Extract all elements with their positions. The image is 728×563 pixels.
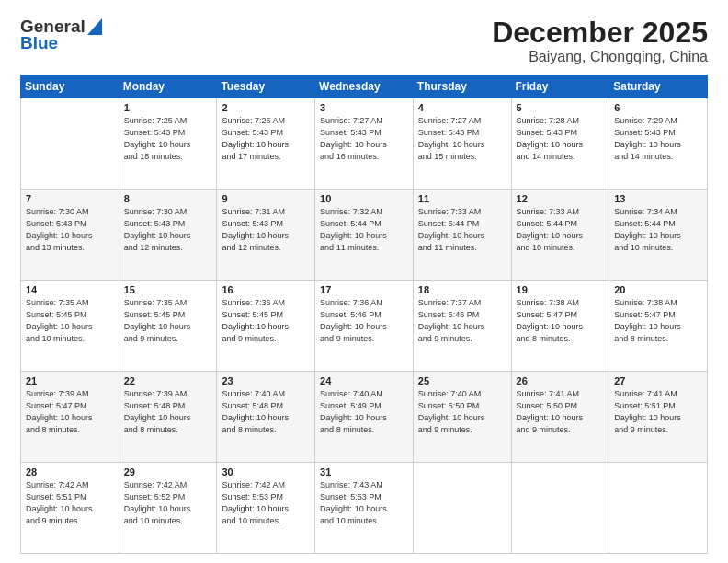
day-number: 19 — [517, 284, 605, 295]
cell-info: Sunrise: 7:41 AMSunset: 5:50 PMDaylight:… — [517, 388, 605, 436]
cell-info: Sunrise: 7:30 AMSunset: 5:43 PMDaylight:… — [26, 206, 114, 254]
cell-info: Sunrise: 7:40 AMSunset: 5:48 PMDaylight:… — [222, 388, 310, 436]
cell-info: Sunrise: 7:25 AMSunset: 5:43 PMDaylight:… — [124, 115, 212, 163]
day-number: 25 — [418, 375, 506, 386]
calendar-cell: 22Sunrise: 7:39 AMSunset: 5:48 PMDayligh… — [119, 372, 217, 463]
calendar-cell: 15Sunrise: 7:35 AMSunset: 5:45 PMDayligh… — [119, 281, 217, 372]
title-block: December 2025 Baiyang, Chongqing, China — [492, 17, 708, 65]
logo-blue: Blue — [20, 33, 58, 53]
day-number: 21 — [26, 375, 114, 386]
calendar-cell: 2Sunrise: 7:26 AMSunset: 5:43 PMDaylight… — [217, 98, 315, 190]
page: General Blue December 2025 Baiyang, Chon… — [0, 0, 728, 563]
cell-info: Sunrise: 7:27 AMSunset: 5:43 PMDaylight:… — [320, 115, 408, 163]
calendar-cell: 5Sunrise: 7:28 AMSunset: 5:43 PMDaylight… — [511, 98, 609, 190]
col-header-sunday: Sunday — [21, 75, 119, 98]
day-number: 12 — [517, 193, 605, 204]
cell-info: Sunrise: 7:31 AMSunset: 5:43 PMDaylight:… — [222, 206, 310, 254]
calendar-cell: 19Sunrise: 7:38 AMSunset: 5:47 PMDayligh… — [511, 281, 609, 372]
calendar-cell: 24Sunrise: 7:40 AMSunset: 5:49 PMDayligh… — [315, 372, 414, 463]
calendar-cell: 12Sunrise: 7:33 AMSunset: 5:44 PMDayligh… — [511, 190, 609, 281]
cell-info: Sunrise: 7:36 AMSunset: 5:45 PMDaylight:… — [222, 297, 310, 345]
cell-info: Sunrise: 7:38 AMSunset: 5:47 PMDaylight:… — [517, 297, 605, 345]
week-row-3: 14Sunrise: 7:35 AMSunset: 5:45 PMDayligh… — [21, 281, 708, 372]
cell-info: Sunrise: 7:32 AMSunset: 5:44 PMDaylight:… — [320, 206, 408, 254]
day-number: 28 — [26, 466, 114, 477]
day-number: 13 — [614, 193, 702, 204]
col-header-monday: Monday — [119, 75, 217, 98]
day-number: 6 — [614, 102, 702, 113]
col-header-saturday: Saturday — [609, 75, 708, 98]
calendar-cell — [21, 98, 119, 190]
cell-info: Sunrise: 7:30 AMSunset: 5:43 PMDaylight:… — [124, 206, 212, 254]
calendar-cell: 1Sunrise: 7:25 AMSunset: 5:43 PMDaylight… — [119, 98, 217, 190]
day-number: 23 — [222, 375, 310, 386]
cell-info: Sunrise: 7:35 AMSunset: 5:45 PMDaylight:… — [26, 297, 114, 345]
calendar-title: December 2025 — [492, 17, 708, 49]
calendar-cell: 4Sunrise: 7:27 AMSunset: 5:43 PMDaylight… — [413, 98, 511, 190]
calendar-cell: 30Sunrise: 7:42 AMSunset: 5:53 PMDayligh… — [217, 463, 315, 554]
calendar-cell: 23Sunrise: 7:40 AMSunset: 5:48 PMDayligh… — [217, 372, 315, 463]
day-number: 9 — [222, 193, 310, 204]
week-row-2: 7Sunrise: 7:30 AMSunset: 5:43 PMDaylight… — [21, 190, 708, 281]
calendar-cell: 9Sunrise: 7:31 AMSunset: 5:43 PMDaylight… — [217, 190, 315, 281]
cell-info: Sunrise: 7:29 AMSunset: 5:43 PMDaylight:… — [614, 115, 702, 163]
calendar-cell: 14Sunrise: 7:35 AMSunset: 5:45 PMDayligh… — [21, 281, 119, 372]
day-number: 29 — [124, 466, 212, 477]
calendar-cell: 20Sunrise: 7:38 AMSunset: 5:47 PMDayligh… — [609, 281, 708, 372]
calendar-cell: 25Sunrise: 7:40 AMSunset: 5:50 PMDayligh… — [413, 372, 511, 463]
calendar-cell — [609, 463, 708, 554]
cell-info: Sunrise: 7:40 AMSunset: 5:49 PMDaylight:… — [320, 388, 408, 436]
cell-info: Sunrise: 7:37 AMSunset: 5:46 PMDaylight:… — [418, 297, 506, 345]
cell-info: Sunrise: 7:35 AMSunset: 5:45 PMDaylight:… — [124, 297, 212, 345]
day-number: 7 — [26, 193, 114, 204]
logo: General Blue — [20, 17, 102, 53]
cell-info: Sunrise: 7:43 AMSunset: 5:53 PMDaylight:… — [320, 479, 408, 527]
calendar-cell: 8Sunrise: 7:30 AMSunset: 5:43 PMDaylight… — [119, 190, 217, 281]
day-number: 17 — [320, 284, 408, 295]
day-number: 31 — [320, 466, 408, 477]
day-number: 18 — [418, 284, 506, 295]
calendar-cell: 6Sunrise: 7:29 AMSunset: 5:43 PMDaylight… — [609, 98, 708, 190]
day-number: 8 — [124, 193, 212, 204]
calendar-cell: 17Sunrise: 7:36 AMSunset: 5:46 PMDayligh… — [315, 281, 414, 372]
cell-info: Sunrise: 7:41 AMSunset: 5:51 PMDaylight:… — [614, 388, 702, 436]
day-number: 20 — [614, 284, 702, 295]
calendar-cell: 3Sunrise: 7:27 AMSunset: 5:43 PMDaylight… — [315, 98, 414, 190]
day-number: 26 — [517, 375, 605, 386]
day-number: 15 — [124, 284, 212, 295]
cell-info: Sunrise: 7:26 AMSunset: 5:43 PMDaylight:… — [222, 115, 310, 163]
cell-info: Sunrise: 7:33 AMSunset: 5:44 PMDaylight:… — [418, 206, 506, 254]
day-number: 1 — [124, 102, 212, 113]
cell-info: Sunrise: 7:33 AMSunset: 5:44 PMDaylight:… — [517, 206, 605, 254]
day-number: 4 — [418, 102, 506, 113]
cell-info: Sunrise: 7:42 AMSunset: 5:53 PMDaylight:… — [222, 479, 310, 527]
calendar-cell: 10Sunrise: 7:32 AMSunset: 5:44 PMDayligh… — [315, 190, 414, 281]
col-header-friday: Friday — [511, 75, 609, 98]
day-number: 11 — [418, 193, 506, 204]
day-number: 3 — [320, 102, 408, 113]
day-number: 30 — [222, 466, 310, 477]
cell-info: Sunrise: 7:39 AMSunset: 5:48 PMDaylight:… — [124, 388, 212, 436]
cell-info: Sunrise: 7:42 AMSunset: 5:51 PMDaylight:… — [26, 479, 114, 527]
col-header-wednesday: Wednesday — [315, 75, 414, 98]
cell-info: Sunrise: 7:28 AMSunset: 5:43 PMDaylight:… — [517, 115, 605, 163]
day-number: 16 — [222, 284, 310, 295]
calendar-cell: 7Sunrise: 7:30 AMSunset: 5:43 PMDaylight… — [21, 190, 119, 281]
calendar-cell: 13Sunrise: 7:34 AMSunset: 5:44 PMDayligh… — [609, 190, 708, 281]
col-header-thursday: Thursday — [413, 75, 511, 98]
day-number: 27 — [614, 375, 702, 386]
day-number: 14 — [26, 284, 114, 295]
day-number: 10 — [320, 193, 408, 204]
calendar-cell: 16Sunrise: 7:36 AMSunset: 5:45 PMDayligh… — [217, 281, 315, 372]
calendar-header-row: SundayMondayTuesdayWednesdayThursdayFrid… — [21, 75, 708, 98]
calendar-cell: 31Sunrise: 7:43 AMSunset: 5:53 PMDayligh… — [315, 463, 414, 554]
day-number: 5 — [517, 102, 605, 113]
calendar-table: SundayMondayTuesdayWednesdayThursdayFrid… — [20, 75, 708, 554]
calendar-cell: 21Sunrise: 7:39 AMSunset: 5:47 PMDayligh… — [21, 372, 119, 463]
week-row-1: 1Sunrise: 7:25 AMSunset: 5:43 PMDaylight… — [21, 98, 708, 190]
week-row-4: 21Sunrise: 7:39 AMSunset: 5:47 PMDayligh… — [21, 372, 708, 463]
calendar-cell: 18Sunrise: 7:37 AMSunset: 5:46 PMDayligh… — [413, 281, 511, 372]
calendar-cell — [413, 463, 511, 554]
calendar-subtitle: Baiyang, Chongqing, China — [492, 49, 708, 65]
cell-info: Sunrise: 7:36 AMSunset: 5:46 PMDaylight:… — [320, 297, 408, 345]
